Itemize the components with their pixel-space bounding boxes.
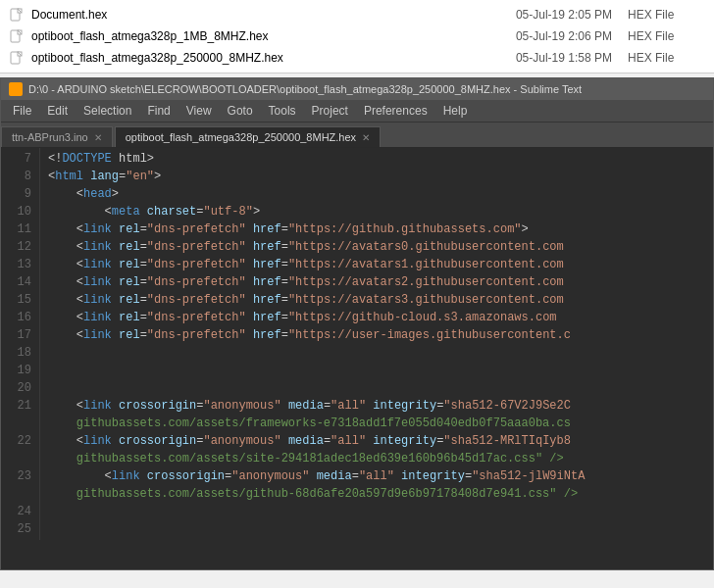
line-num: 13	[9, 256, 31, 273]
file-date: 05-Jul-19 2:06 PM	[471, 29, 628, 43]
code-line-22b: githubassets.com/assets/site-294181adec1…	[48, 450, 705, 467]
file-type: HEX File	[628, 51, 706, 65]
file-type: HEX File	[628, 8, 706, 22]
line-num	[9, 485, 31, 503]
line-num: 21	[9, 397, 31, 415]
menu-preferences[interactable]: Preferences	[356, 102, 435, 120]
sublime-window: D:\0 - ARDUINO sketch\ELECROW\BOOTLOADER…	[0, 77, 714, 570]
line-num: 24	[9, 503, 31, 520]
code-line-8: <html lang="en">	[48, 168, 705, 185]
code-line-12: <link rel="dns-prefetch" href="https://a…	[48, 238, 705, 256]
line-num	[9, 415, 31, 432]
code-line-23b: githubassets.com/assets/github-68d6afe20…	[48, 485, 705, 503]
line-num: 18	[9, 344, 31, 362]
code-line-19	[48, 362, 705, 379]
code-line-10: <meta charset="utf-8">	[48, 203, 705, 220]
title-bar-text: D:\0 - ARDUINO sketch\ELECROW\BOOTLOADER…	[28, 83, 582, 95]
line-num	[9, 450, 31, 467]
line-num: 12	[9, 238, 31, 256]
file-name: optiboot_flash_atmega328p_250000_8MHZ.he…	[31, 51, 471, 65]
file-icon	[8, 6, 26, 24]
code-line-21: <link crossorigin="anonymous" media="all…	[48, 397, 705, 415]
line-num: 15	[9, 291, 31, 309]
tab-close-optiboot[interactable]: ✕	[362, 132, 370, 143]
file-name: optiboot_flash_atmega328p_1MB_8MHZ.hex	[31, 29, 471, 43]
line-num: 7	[9, 150, 31, 168]
menu-goto[interactable]: Goto	[220, 102, 261, 120]
line-num: 23	[9, 467, 31, 485]
line-num: 8	[9, 168, 31, 185]
tab-ttn[interactable]: ttn-ABPrun3.ino ✕	[1, 126, 113, 147]
code-line-7: <!DOCTYPE html>	[48, 150, 705, 168]
file-manager: Document.hex 05-Jul-19 2:05 PM HEX File …	[0, 0, 714, 74]
line-num: 11	[9, 220, 31, 238]
menu-tools[interactable]: Tools	[261, 102, 304, 120]
line-num: 16	[9, 309, 31, 326]
file-icon	[8, 27, 26, 45]
menu-find[interactable]: Find	[139, 102, 178, 120]
menu-edit[interactable]: Edit	[39, 102, 76, 120]
code-line-16: <link rel="dns-prefetch" href="https://g…	[48, 309, 705, 326]
line-num: 10	[9, 203, 31, 220]
tab-optiboot[interactable]: optiboot_flash_atmega328p_250000_8MHZ.he…	[115, 126, 381, 147]
line-numbers: 7 8 9 10 11 12 13 14 15 16 17 18 19 20 2…	[1, 148, 40, 540]
tab-label: optiboot_flash_atmega328p_250000_8MHZ.he…	[126, 131, 356, 143]
menu-selection[interactable]: Selection	[76, 102, 139, 120]
line-num: 14	[9, 273, 31, 291]
tab-label: ttn-ABPrun3.ino	[12, 131, 88, 143]
code-line-9: <head>	[48, 185, 705, 203]
menu-file[interactable]: File	[5, 102, 39, 120]
file-row[interactable]: optiboot_flash_atmega328p_250000_8MHZ.he…	[8, 47, 706, 69]
code-line-25	[48, 520, 705, 538]
code-content[interactable]: <!DOCTYPE html> <html lang="en"> <head> …	[40, 148, 713, 540]
menu-help[interactable]: Help	[435, 102, 476, 120]
code-line-20	[48, 379, 705, 397]
line-num: 20	[9, 379, 31, 397]
code-line-17: <link rel="dns-prefetch" href="https://u…	[48, 326, 705, 344]
sublime-icon	[9, 82, 23, 96]
file-icon	[8, 49, 26, 67]
tab-bar: ttn-ABPrun3.ino ✕ optiboot_flash_atmega3…	[1, 122, 713, 148]
line-num: 25	[9, 520, 31, 538]
menu-view[interactable]: View	[178, 102, 220, 120]
menu-bar: File Edit Selection Find View Goto Tools…	[1, 100, 713, 122]
code-line-22: <link crossorigin="anonymous" media="all…	[48, 432, 705, 450]
title-bar: D:\0 - ARDUINO sketch\ELECROW\BOOTLOADER…	[1, 78, 713, 100]
line-num: 22	[9, 432, 31, 450]
code-line-14: <link rel="dns-prefetch" href="https://a…	[48, 273, 705, 291]
file-row[interactable]: optiboot_flash_atmega328p_1MB_8MHZ.hex 0…	[8, 25, 706, 47]
line-num: 9	[9, 185, 31, 203]
file-name: Document.hex	[31, 8, 471, 22]
file-date: 05-Jul-19 1:58 PM	[471, 51, 628, 65]
code-line-24	[48, 503, 705, 520]
file-row[interactable]: Document.hex 05-Jul-19 2:05 PM HEX File	[8, 4, 706, 25]
code-line-13: <link rel="dns-prefetch" href="https://a…	[48, 256, 705, 273]
line-num: 17	[9, 326, 31, 344]
menu-project[interactable]: Project	[304, 102, 356, 120]
line-num: 19	[9, 362, 31, 379]
tab-close-ttn[interactable]: ✕	[94, 132, 102, 143]
editor[interactable]: 7 8 9 10 11 12 13 14 15 16 17 18 19 20 2…	[1, 148, 713, 569]
code-line-15: <link rel="dns-prefetch" href="https://a…	[48, 291, 705, 309]
code-line-21b: githubassets.com/assets/frameworks-e7318…	[48, 415, 705, 432]
code-line-11: <link rel="dns-prefetch" href="https://g…	[48, 220, 705, 238]
code-line-23: <link crossorigin="anonymous" media="all…	[48, 467, 705, 485]
file-date: 05-Jul-19 2:05 PM	[471, 8, 628, 22]
code-line-18	[48, 344, 705, 362]
file-type: HEX File	[628, 29, 706, 43]
